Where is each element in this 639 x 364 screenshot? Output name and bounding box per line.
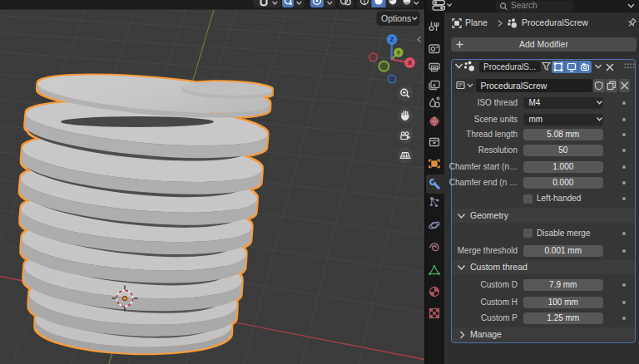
svg-text:Options: Options bbox=[381, 13, 411, 23]
svg-text:X: X bbox=[408, 59, 412, 66]
svg-text:Y: Y bbox=[397, 50, 401, 56]
svg-text:Z: Z bbox=[390, 36, 394, 43]
